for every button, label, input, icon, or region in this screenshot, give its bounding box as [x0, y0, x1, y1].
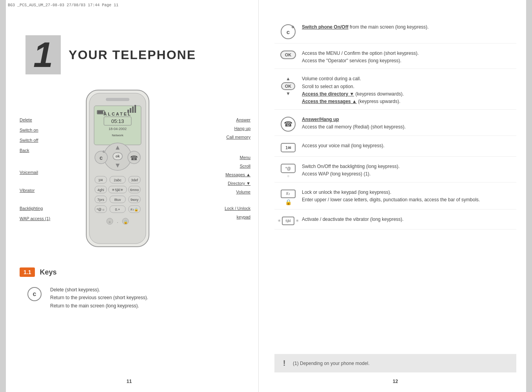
svg-text:🔒: 🔒 [123, 220, 128, 224]
key-icon-ok-arrows: ▲ OK ▼ [274, 75, 302, 96]
right-page: ① c Switch phone On/Off from the main sc… [259, 0, 532, 392]
key-text-ok-menu: Access the MENU / Confirm the option (sh… [302, 50, 516, 65]
key-icon-voicemail: 1✉ [274, 142, 302, 152]
svg-text:☼: ☼ [108, 220, 111, 224]
page-number-left: 11 [127, 379, 132, 384]
label-volume: Volume [225, 190, 251, 194]
svg-text:8tuv: 8tuv [114, 198, 121, 202]
label-messages: Messages ▲ [225, 172, 251, 177]
label-menu: Menu [225, 155, 251, 160]
label-voicemail: Voicemail [20, 170, 50, 175]
svg-text:6mno: 6mno [130, 188, 139, 192]
svg-rect-7 [132, 107, 134, 113]
svg-text:Network: Network [112, 134, 123, 137]
key-row-backlight: *@ ☼ Switch On/Off the backlighting (lon… [274, 163, 516, 182]
key-text-hash: Lock or unlock the keypad (long keypress… [302, 189, 516, 204]
svg-text:4ghi: 4ghi [97, 188, 104, 192]
key-icon-vibrator: ✳ 5jkl ✳ [274, 216, 302, 225]
label-hang-up: Hang up [225, 126, 251, 131]
key-icon-c-circle: ① c [274, 23, 302, 39]
key-text-backlight: Switch On/Off the backlighting (long key… [302, 163, 516, 178]
svg-text:☎: ☎ [130, 155, 138, 161]
label-scroll: Scroll [225, 164, 251, 168]
key-row-power: ① c Switch phone On/Off from the main sc… [274, 23, 516, 43]
key-row-answer: ☎ Answer/Hang up Access the call memory … [274, 116, 516, 136]
label-switch-off: Switch off [20, 138, 50, 143]
label-vibrator: Vibrator [20, 188, 50, 193]
svg-rect-5 [127, 110, 129, 113]
label-directory: Directory ▼ [225, 181, 251, 186]
left-margin-bar [0, 0, 6, 392]
svg-rect-10 [104, 112, 105, 113]
svg-text:ok: ok [116, 154, 120, 158]
chapter-number: 1 [25, 35, 61, 74]
file-metadata: BG3 _PCS_AUS_UM_27-08-03 27/08/03 17:44 … [8, 3, 118, 7]
svg-rect-11 [98, 111, 103, 114]
note-text: (1) Depending on your phone model. [293, 361, 369, 366]
label-wap: WAP access (1) [20, 216, 50, 221]
key-icon-star-at: *@ ☼ [274, 163, 302, 178]
svg-text:05:13: 05:13 [111, 118, 124, 124]
c-key-icon: c [27, 287, 42, 301]
svg-rect-6 [130, 108, 131, 113]
svg-text:①: ① [102, 150, 105, 154]
key-text-voicemail: Access your voice mail (long keypress). [302, 142, 516, 150]
left-page: BG3 _PCS_AUS_UM_27-08-03 27/08/03 17:44 … [0, 0, 259, 392]
key-text-ok-arrows: Volume control during a call. Scroll to … [302, 75, 516, 105]
svg-text:18-04-2002: 18-04-2002 [109, 127, 127, 131]
phone-illustration: ALCATEL 05:13 18-04-2002 [71, 86, 165, 255]
key-row-vibrator: ✳ 5jkl ✳ Activate / deactivate the vibra… [274, 216, 516, 229]
page-number-right: 12 [393, 379, 398, 384]
label-answer: Answer [225, 117, 251, 122]
section-title: Keys [40, 268, 56, 276]
svg-text:2abc: 2abc [114, 178, 122, 182]
chapter-title: YOUR TELEPHONE [69, 48, 196, 62]
key-row-ok-menu: OK Access the MENU / Confirm the option … [274, 50, 516, 69]
label-lock-unlock: Lock / Unlock [225, 206, 251, 211]
key-icon-hash: #♪ 🔒 [274, 189, 302, 205]
key-text-power: Switch phone On/Off from the main screen… [302, 23, 516, 31]
svg-text:.: . [117, 219, 118, 224]
svg-text:c: c [100, 155, 103, 161]
svg-text:0.+: 0.+ [115, 208, 120, 211]
key-row-ok-arrows: ▲ OK ▼ Volume control during a call. Scr… [274, 75, 516, 110]
right-margin-bar [526, 0, 532, 392]
label-delete: Delete [20, 117, 50, 122]
section-badge: 1.1 [20, 267, 35, 277]
key-row-hash: #♪ 🔒 Lock or unlock the keypad (long key… [274, 189, 516, 210]
key-icon-answer: ☎ [274, 116, 302, 132]
key-c-description: Delete (short keypress). Return to the p… [50, 286, 148, 310]
note-box: ! (1) Depending on your phone model. [274, 354, 516, 372]
key-text-answer: Answer/Hang up Access the call memory (R… [302, 116, 516, 131]
label-call-memory: Call memory [225, 135, 251, 139]
key-text-vibrator: Activate / deactivate the vibrator (long… [302, 216, 516, 223]
label-backlighting: Backlighting [20, 206, 50, 211]
key-row-voicemail: 1✉ Access your voice mail (long keypress… [274, 142, 516, 157]
svg-text:✳5jkl✳: ✳5jkl✳ [112, 188, 123, 192]
label-keypad: keypad [225, 215, 251, 219]
label-switch-on: Switch on [20, 128, 50, 132]
svg-text:1✉: 1✉ [98, 178, 103, 182]
svg-text:#♪🔒: #♪🔒 [131, 207, 139, 212]
svg-text:*@☼: *@☼ [97, 208, 105, 211]
svg-text:7prs: 7prs [97, 198, 104, 202]
note-exclamation-icon: ! [280, 359, 288, 368]
label-back: Back [20, 148, 50, 153]
key-icon-ok: OK [274, 50, 302, 59]
svg-text:9wxy: 9wxy [131, 198, 139, 202]
svg-rect-8 [134, 105, 136, 113]
svg-rect-3 [106, 98, 129, 101]
svg-text:3def: 3def [131, 178, 138, 182]
